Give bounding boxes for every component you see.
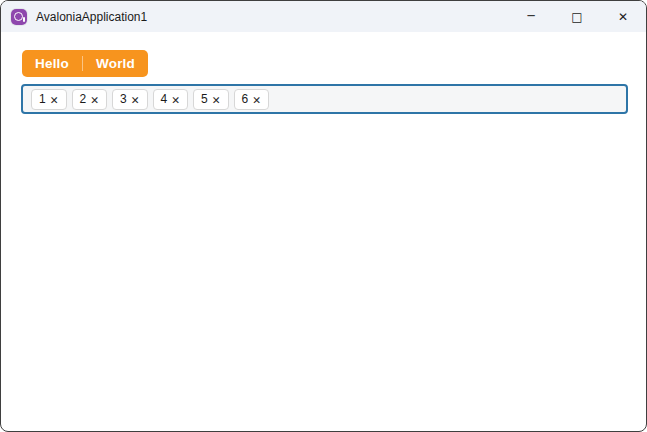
window-content: Hello World 1 ✕ 2 ✕ 3 ✕ 4 ✕ [1, 32, 646, 114]
chip-1: 1 ✕ [31, 89, 67, 110]
chip-6-remove-icon[interactable]: ✕ [252, 94, 261, 105]
maximize-button[interactable]: □ [554, 1, 600, 32]
minimize-button[interactable]: ─ [508, 1, 554, 32]
minimize-icon: ─ [527, 10, 534, 22]
chip-input[interactable]: 1 ✕ 2 ✕ 3 ✕ 4 ✕ 5 ✕ 6 ✕ [21, 84, 628, 114]
chip-4: 4 ✕ [153, 89, 189, 110]
chip-3-label: 3 [120, 92, 127, 106]
window-controls: ─ □ ✕ [508, 1, 646, 32]
app-window: AvaloniaApplication1 ─ □ ✕ Hello World [0, 0, 647, 432]
chip-1-remove-icon[interactable]: ✕ [50, 94, 59, 105]
chip-4-label: 4 [161, 92, 168, 106]
tab-world[interactable]: World [83, 50, 148, 77]
window-title: AvaloniaApplication1 [36, 10, 147, 24]
chip-5-label: 5 [201, 92, 208, 106]
close-icon: ✕ [618, 11, 628, 23]
chip-1-label: 1 [39, 92, 46, 106]
tab-strip: Hello World [22, 50, 148, 77]
tab-hello[interactable]: Hello [22, 50, 82, 77]
chip-2-label: 2 [80, 92, 87, 106]
chip-3-remove-icon[interactable]: ✕ [131, 94, 140, 105]
title-bar[interactable]: AvaloniaApplication1 ─ □ ✕ [1, 1, 646, 32]
chip-5-remove-icon[interactable]: ✕ [212, 94, 221, 105]
chip-2: 2 ✕ [72, 89, 108, 110]
chip-6: 6 ✕ [234, 89, 270, 110]
chip-3: 3 ✕ [112, 89, 148, 110]
chip-5: 5 ✕ [193, 89, 229, 110]
tab-world-label: World [96, 56, 135, 71]
chip-2-remove-icon[interactable]: ✕ [90, 94, 99, 105]
tab-hello-label: Hello [35, 56, 69, 71]
chip-6-label: 6 [242, 92, 249, 106]
avalonia-logo-icon [11, 9, 27, 25]
maximize-icon: □ [571, 11, 582, 23]
close-button[interactable]: ✕ [600, 1, 646, 32]
chip-4-remove-icon[interactable]: ✕ [171, 94, 180, 105]
